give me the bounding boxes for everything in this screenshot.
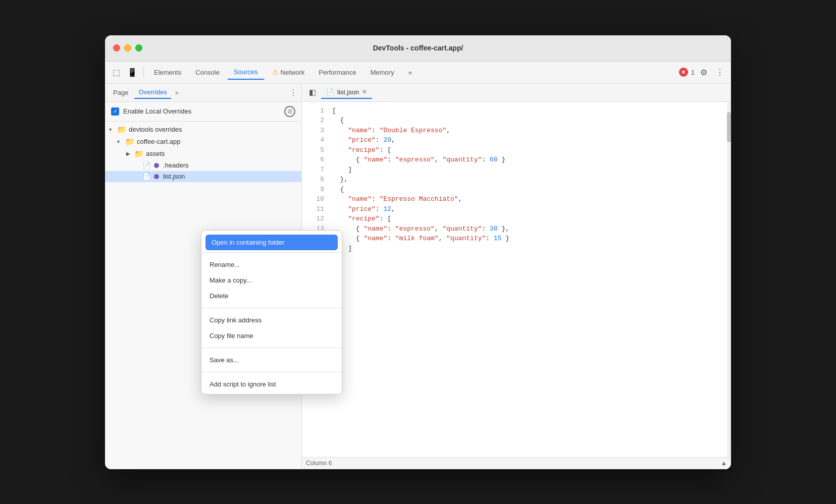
device-icon[interactable]: 📱 [125, 65, 139, 79]
file-tab-list-json[interactable]: 📄 list.json ✕ [321, 86, 372, 99]
file-icon: 📄 [142, 161, 151, 170]
enable-overrides-checkbox[interactable]: ✓ [111, 107, 119, 116]
devtools-window: DevTools - coffee-cart.app/ ⬚ 📱 Elements… [105, 35, 731, 469]
window-title: DevTools - coffee-cart.app/ [373, 44, 463, 52]
status-icon[interactable]: ▲ [721, 460, 727, 467]
tree-item-headers[interactable]: ▶ 📄 .headers [105, 160, 301, 171]
tree-item-list-json[interactable]: ▶ 📄 list.json [105, 171, 301, 182]
divider-1 [201, 252, 342, 253]
file-icon: 📄 [142, 173, 151, 181]
context-menu-rename[interactable]: Rename... [201, 257, 342, 272]
context-menu: Open in containing folder Rename... Make… [201, 230, 342, 395]
tree-item-label: coffee-cart.app [137, 138, 180, 145]
code-line-2: 2 { [302, 116, 731, 126]
file-tab-badge-icon: 📄 [326, 88, 334, 96]
context-menu-save-as[interactable]: Save as... [201, 352, 342, 368]
folder-icon: 📁 [125, 137, 135, 146]
file-tab-label: list.json [337, 88, 359, 96]
tab-more[interactable]: » [402, 66, 418, 79]
context-menu-section-2: Copy link address Copy file name [201, 310, 342, 346]
sidebar-tabs: Page Overrides » ⋮ [105, 84, 301, 102]
status-column: Column 6 [306, 460, 332, 467]
divider-3 [201, 348, 342, 348]
error-count: 1 [691, 69, 695, 76]
code-line-1: 1 [ [302, 106, 731, 116]
sidebar: Page Overrides » ⋮ ✓ Enable Local Overri… [105, 84, 302, 469]
more-icon[interactable]: ⋮ [713, 65, 727, 79]
code-line-15: 15 ] [302, 244, 731, 254]
panel-icon[interactable]: ◧ [306, 87, 319, 98]
file-badge-purple-2 [154, 174, 159, 179]
settings-icon[interactable]: ⚙ [697, 65, 711, 79]
file-tabs: ◧ 📄 list.json ✕ [302, 84, 731, 102]
warning-icon: ⚠ [272, 68, 279, 76]
traffic-lights [113, 44, 142, 51]
toolbar: ⬚ 📱 Elements Console Sources ⚠ Network P… [105, 62, 731, 84]
tree-item-label: devtools overrides [129, 126, 182, 133]
code-line-12: 12 "recipe": [ [302, 214, 731, 224]
tree-item-label: .headers [163, 161, 189, 169]
maximize-button[interactable] [135, 44, 142, 51]
tree-item-coffee-cart[interactable]: ▾ 📁 coffee-cart.app [105, 136, 301, 148]
code-line-5: 5 "recipe": [ [302, 145, 731, 155]
tree-item-assets[interactable]: ▶ 📁 assets [105, 148, 301, 160]
tree-item-label: assets [146, 150, 165, 157]
code-line-14: 14 { "name": "milk foam", "quantity": 15… [302, 234, 731, 244]
enable-overrides-label: Enable Local Overrides [123, 107, 280, 115]
inspect-icon[interactable]: ⬚ [109, 65, 123, 79]
tab-console[interactable]: Console [189, 66, 226, 79]
context-menu-open-folder[interactable]: Open in containing folder [205, 235, 338, 250]
arrow-icon: ▶ [126, 151, 132, 156]
title-bar: DevTools - coffee-cart.app/ [105, 35, 731, 62]
sidebar-tab-overrides[interactable]: Overrides [134, 86, 171, 99]
tab-memory[interactable]: Memory [364, 66, 400, 79]
code-line-10: 10 "name": "Espresso Macchiato", [302, 194, 731, 204]
context-menu-delete[interactable]: Delete [201, 288, 342, 304]
code-line-13: 13 { "name": "espresso", "quantity": 30 … [302, 224, 731, 234]
scrollbar-thumb[interactable] [727, 112, 731, 142]
tab-network[interactable]: ⚠ Network [266, 65, 311, 79]
context-menu-ignore-list[interactable]: Add script to ignore list [201, 376, 342, 392]
divider-2 [201, 308, 342, 308]
status-bar: Column 6 ▲ [302, 457, 731, 469]
tree-item-devtools-overrides[interactable]: ▾ 📁 devtools overrides [105, 124, 301, 136]
code-line-6: 6 { "name": "espresso", "quantity": 60 } [302, 155, 731, 165]
context-menu-section-1: Rename... Make a copy... Delete [201, 255, 342, 306]
arrow-icon: ▾ [117, 139, 123, 144]
context-menu-copy-name[interactable]: Copy file name [201, 328, 342, 344]
code-line-8: 8 }, [302, 175, 731, 185]
context-menu-copy-link[interactable]: Copy link address [201, 312, 342, 328]
divider-4 [201, 372, 342, 372]
tab-sources[interactable]: Sources [228, 65, 264, 80]
code-line-7: 7 ] [302, 165, 731, 175]
sidebar-tab-more[interactable]: » [173, 87, 181, 98]
close-button[interactable] [113, 44, 120, 51]
minimize-button[interactable] [124, 44, 131, 51]
arrow-icon: ▾ [109, 127, 115, 132]
folder-icon: 📁 [134, 149, 144, 158]
tree-item-label: list.json [163, 173, 185, 180]
code-line-11: 11 "price": 12, [302, 204, 731, 214]
main-area: Page Overrides » ⋮ ✓ Enable Local Overri… [105, 84, 731, 469]
file-badge-purple [154, 163, 159, 168]
tab-performance[interactable]: Performance [312, 66, 362, 79]
block-icon[interactable]: ⊘ [284, 106, 295, 117]
sidebar-tab-page[interactable]: Page [109, 87, 132, 98]
code-line-3: 3 "name": "Double Espresso", [302, 126, 731, 136]
sidebar-dots-icon[interactable]: ⋮ [289, 88, 297, 97]
code-content[interactable]: 1 [ 2 { 3 "name": "Double Espresso", 4 [302, 102, 731, 457]
folder-icon: 📁 [117, 125, 127, 134]
file-tab-close-icon[interactable]: ✕ [362, 88, 367, 95]
code-editor: ◧ 📄 list.json ✕ 1 [ 2 { [302, 84, 731, 469]
context-menu-section-3: Save as... [201, 350, 342, 370]
scrollbar-track[interactable] [727, 102, 731, 457]
context-menu-copy[interactable]: Make a copy... [201, 272, 342, 288]
context-menu-section-4: Add script to ignore list [201, 374, 342, 394]
toolbar-divider-1 [143, 67, 144, 77]
tab-elements[interactable]: Elements [148, 66, 187, 79]
error-icon: ✕ [679, 68, 688, 77]
code-line-4: 4 "price": 20, [302, 135, 731, 145]
code-line-9: 9 { [302, 185, 731, 195]
enable-overrides-row: ✓ Enable Local Overrides ⊘ [105, 102, 301, 122]
toolbar-right: ✕ 1 ⚙ ⋮ [679, 65, 727, 79]
